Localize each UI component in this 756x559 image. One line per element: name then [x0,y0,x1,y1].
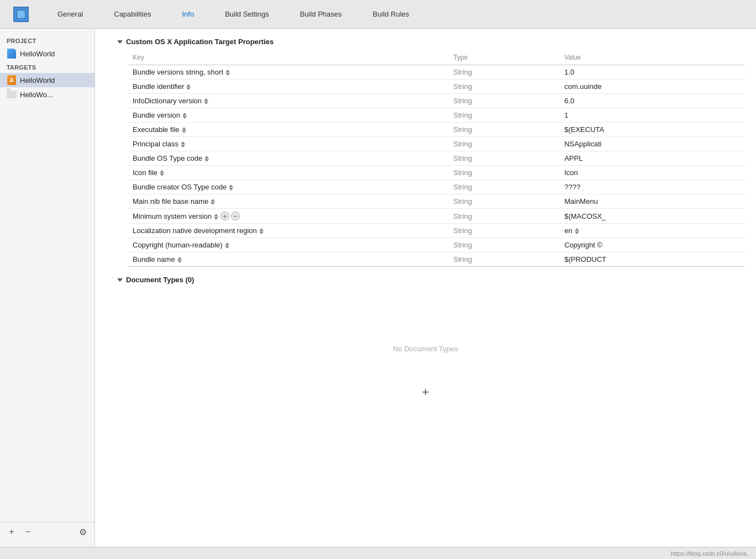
section1-title: Custom OS X Application Target Propertie… [126,38,274,46]
sort-arrows[interactable] [229,184,233,191]
col-value: Value [560,51,745,65]
sidebar-item-project[interactable]: HelloWorld [0,46,95,61]
table-row: Minimum system version+−String$(MACOSX_ [128,209,745,224]
sort-arrows[interactable] [204,156,209,162]
type-cell: String [449,94,560,108]
table-row: Bundle versions string, shortString1.0 [128,65,745,80]
sort-arrows[interactable] [211,199,215,205]
value-cell: NSApplicati [560,137,745,151]
key-text: Bundle creator OS Type code [133,183,227,191]
type-cell: String [449,137,560,151]
key-text: Icon file [133,168,158,177]
section2-header: Document Types (0) [117,276,745,284]
status-bar: https://blog.csdn.c0/u/u/ko/a... [0,547,756,559]
type-cell: String [449,238,560,252]
section1-header: Custom OS X Application Target Propertie… [117,38,745,46]
key-text: Bundle versions string, short [133,68,223,76]
type-cell: String [449,180,560,194]
table-row: InfoDictionary versionString6.0 [128,94,745,108]
project-label: HelloWorld [20,50,55,58]
sort-arrows[interactable] [160,170,164,176]
key-cell: Bundle creator OS Type code [128,180,449,194]
type-cell: String [449,108,560,123]
app-icon [11,7,31,22]
key-cell: Main nib file base name [128,194,449,209]
value-cell: en [560,224,745,238]
folder-icon [7,89,17,99]
key-cell: InfoDictionary version [128,94,449,108]
key-cell: Icon file [128,166,449,180]
sort-arrows[interactable] [214,214,218,220]
tab-general[interactable]: General [42,0,98,29]
sidebar-bottom: + − ⚙ [0,522,95,541]
sort-arrows[interactable] [259,228,264,234]
gear-button[interactable]: ⚙ [77,526,89,538]
hellowo-label: HelloWo... [20,91,53,99]
section2-title: Document Types (0) [126,276,194,284]
key-cell: Copyright (human-readable) [128,238,449,252]
key-cell: Principal class [128,137,449,151]
section2-toggle[interactable] [117,278,123,282]
value-cell: Copyright © [560,238,745,252]
sort-arrows[interactable] [225,242,229,249]
key-text: Bundle identifier [133,82,184,91]
add-doc-type-button[interactable]: + [106,375,745,409]
content-area: Custom OS X Application Target Propertie… [95,29,756,547]
key-text: Principal class [133,140,179,148]
type-cell: String [449,65,560,80]
sort-arrows[interactable] [225,70,230,76]
col-type: Type [449,51,560,65]
remove-row-button[interactable]: − [231,212,240,220]
table-row: Bundle nameString$(PRODUCT [128,252,745,267]
key-cell: Bundle name [128,252,449,267]
sort-arrows[interactable] [181,141,185,147]
properties-table: Key Type Value Bundle versions string, s… [128,51,745,267]
tab-build-rules[interactable]: Build Rules [358,0,425,29]
enum-arrows[interactable] [575,228,579,234]
tab-build-settings[interactable]: Build Settings [209,0,285,29]
add-button[interactable]: + [6,526,18,538]
value-cell: com.uuinde [560,80,745,94]
key-cell: Bundle versions string, short [128,65,449,80]
key-cell: Bundle OS Type code [128,151,449,166]
tab-info[interactable]: Info [166,0,209,29]
key-text: Bundle OS Type code [133,154,202,162]
key-text: Minimum system version [133,212,212,220]
value-cell: 6.0 [560,94,745,108]
type-cell: String [449,252,560,267]
table-row: Bundle versionString1 [128,108,745,123]
key-cell: Executable file [128,123,449,137]
row-controls: +− [221,212,240,220]
sort-arrows[interactable] [182,113,187,119]
table-row: Executable fileString$(EXECUTA [128,123,745,137]
tab-build-phases[interactable]: Build Phases [285,0,358,29]
table-row: Main nib file base nameStringMainMenu [128,194,745,209]
table-row: Bundle creator OS Type codeString???? [128,180,745,194]
remove-button[interactable]: − [22,526,34,538]
table-row: Bundle identifierStringcom.uuinde [128,80,745,94]
sort-arrows[interactable] [186,84,191,90]
key-text: Copyright (human-readable) [133,241,223,249]
sort-arrows[interactable] [204,98,208,104]
table-header-row: Key Type Value [128,51,745,65]
value-cell: $(EXECUTA [560,123,745,137]
key-cell: Bundle version [128,108,449,123]
key-cell: Localization native development region [128,224,449,238]
add-row-button[interactable]: + [221,212,229,220]
key-text: Localization native development region [133,226,257,235]
tab-capabilities[interactable]: Capabilities [98,0,166,29]
no-doc-types-message: No Document Types [106,289,745,375]
key-cell: Minimum system version+− [128,209,449,224]
target-helloworld-label: HelloWorld [20,76,55,85]
sort-arrows[interactable] [182,127,186,133]
status-url: https://blog.csdn.c0/u/u/ko/a... [671,550,752,557]
sort-arrows[interactable] [177,257,182,263]
col-key: Key [128,51,449,65]
sidebar-item-hellowo[interactable]: HelloWo... [0,87,95,102]
value-cell: $(MACOSX_ [560,209,745,224]
table-row: Icon fileStringIcon [128,166,745,180]
sidebar-item-target-helloworld[interactable]: A HelloWorld [0,73,95,87]
target-icon: A [7,75,17,85]
add-doc-type-icon: + [422,386,429,398]
section1-toggle[interactable] [117,40,123,44]
